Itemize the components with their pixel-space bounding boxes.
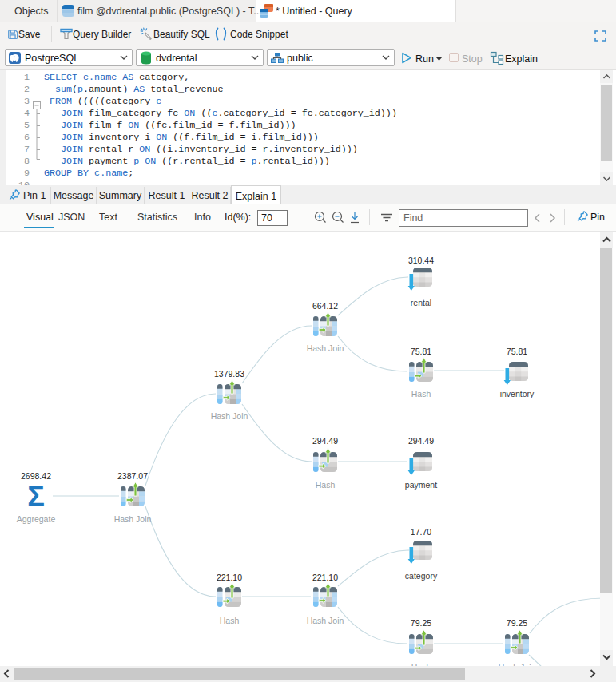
svg-text:79.25: 79.25 xyxy=(507,618,527,628)
svg-text:Hash Join: Hash Join xyxy=(307,343,344,353)
svg-text:Aggregate: Aggregate xyxy=(17,514,56,524)
svg-text:Hash Join: Hash Join xyxy=(114,514,152,524)
svg-text:221.10: 221.10 xyxy=(312,573,338,582)
svg-text:294.49: 294.49 xyxy=(312,436,338,446)
svg-text:Hash Join: Hash Join xyxy=(211,411,248,421)
svg-text:17.70: 17.70 xyxy=(411,527,431,537)
svg-text:2387.07: 2387.07 xyxy=(117,471,148,481)
svg-text:Hash: Hash xyxy=(220,616,240,625)
svg-text:payment: payment xyxy=(405,480,437,490)
svg-text:310.44: 310.44 xyxy=(408,256,434,265)
svg-text:75.81: 75.81 xyxy=(411,347,431,356)
svg-text:221.10: 221.10 xyxy=(217,573,242,582)
svg-text:Hash Join: Hash Join xyxy=(307,616,344,625)
svg-text:Σ: Σ xyxy=(27,480,45,513)
svg-text:rental: rental xyxy=(411,298,431,307)
svg-text:294.49: 294.49 xyxy=(408,436,434,446)
svg-text:75.81: 75.81 xyxy=(507,347,527,356)
svg-text:Hash: Hash xyxy=(316,480,336,490)
svg-text:1379.83: 1379.83 xyxy=(214,369,244,379)
svg-text:664.12: 664.12 xyxy=(312,301,338,311)
svg-text:79.25: 79.25 xyxy=(411,618,431,628)
svg-text:inventory: inventory xyxy=(500,389,535,398)
svg-text:category: category xyxy=(405,571,438,581)
svg-text:Hash: Hash xyxy=(411,389,431,398)
